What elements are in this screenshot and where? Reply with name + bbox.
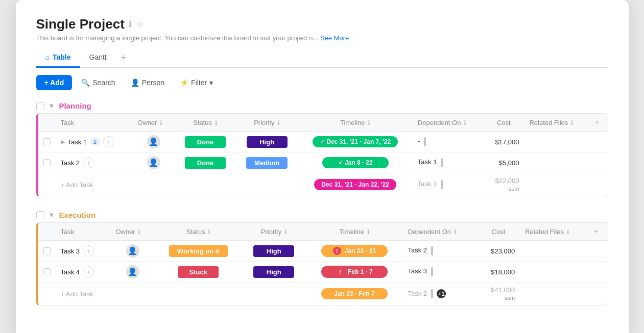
related-cell — [520, 241, 588, 262]
row-checkbox[interactable] — [43, 159, 51, 166]
owner-info-icon[interactable]: ℹ — [160, 119, 162, 126]
col-priority-planning: Priority ℹ — [236, 114, 298, 132]
timeline-cell[interactable]: ! Feb 1 - 7 — [306, 262, 402, 283]
add-member-icon[interactable]: + — [103, 136, 114, 147]
col-status-exec: Status ℹ — [155, 223, 242, 241]
owner-cell: 👤 — [110, 262, 155, 283]
chevron-down-icon: ▾ — [209, 79, 213, 87]
table-row: ▶ Task 1 2 + 👤 Done — [38, 132, 608, 152]
priority-info-icon[interactable]: ℹ — [284, 228, 287, 236]
dep-bar — [431, 289, 433, 298]
priority-info-icon[interactable]: ℹ — [277, 119, 280, 126]
cost-cell: $18,000 — [477, 262, 520, 283]
timeline-info-icon[interactable]: ℹ — [368, 119, 370, 126]
status-cell[interactable]: Done — [175, 152, 236, 173]
tab-gantt[interactable]: Gantt — [80, 49, 116, 68]
sum-timeline-cell: Jan 23 - Feb 7 — [306, 283, 402, 305]
row-checkbox[interactable] — [43, 138, 51, 145]
expand-icon[interactable]: ▶ — [61, 139, 65, 145]
col-related-planning: Related Files ℹ — [524, 114, 589, 132]
home-icon: ⌂ — [45, 53, 50, 61]
info-icon[interactable]: ℹ — [129, 19, 132, 29]
task-label: Task 4 — [61, 268, 80, 276]
task-label: Task 3 — [61, 247, 80, 255]
dependent-info-icon[interactable]: ℹ — [454, 228, 457, 236]
page-title-row: Single Project ℹ ☆ — [36, 16, 608, 32]
status-info-icon[interactable]: ℹ — [208, 228, 210, 236]
star-icon[interactable]: ☆ — [136, 19, 143, 29]
priority-cell[interactable]: High — [242, 262, 306, 283]
person-button[interactable]: 👤 Person — [125, 75, 171, 90]
row-checkbox[interactable] — [43, 247, 51, 254]
planning-checkbox[interactable] — [36, 102, 44, 110]
cost-cell: $5,000 — [483, 152, 524, 173]
table-row: Task 2 + 👤 Done Medium — [38, 152, 608, 173]
exclamation-icon: ! — [336, 268, 344, 276]
add-task-row[interactable]: + Add Task Dec 31, '21 - Jan 22, '22 Tas… — [38, 173, 608, 196]
priority-cell[interactable]: High — [236, 132, 298, 152]
execution-checkbox[interactable] — [36, 211, 44, 219]
status-cell[interactable]: Working on it — [155, 241, 242, 262]
dep-bar — [441, 180, 443, 189]
status-info-icon[interactable]: ℹ — [215, 119, 218, 126]
col-add-planning[interactable]: + — [589, 114, 607, 132]
col-task-planning: Task — [56, 114, 133, 132]
page-title: Single Project — [36, 16, 125, 32]
task-cell: ▶ Task 1 2 + — [56, 132, 133, 152]
exclamation-icon: ! — [333, 247, 341, 255]
add-member-icon[interactable]: + — [83, 157, 94, 168]
timeline-info-icon[interactable]: ℹ — [367, 228, 370, 236]
priority-badge: High — [253, 245, 294, 257]
planning-chevron[interactable]: ▼ — [49, 102, 55, 110]
add-member-icon[interactable]: + — [83, 245, 94, 257]
col-cost-exec: Cost — [477, 223, 520, 241]
search-button[interactable]: 🔍 Search — [75, 75, 121, 90]
main-window: Single Project ℹ ☆ This board is for man… — [16, 0, 629, 333]
related-info-icon[interactable]: ℹ — [567, 228, 569, 236]
timeline-cell[interactable]: ✓ Dec 31, '21 - Jan 7, '22 — [298, 132, 413, 152]
add-task-label[interactable]: + Add Task — [56, 173, 133, 196]
execution-table: Task Owner ℹ Status ℹ Priority ℹ Timelin… — [38, 223, 608, 305]
see-more-link[interactable]: See More — [320, 34, 349, 42]
add-tab-button[interactable]: + — [116, 49, 132, 66]
add-button[interactable]: + Add — [36, 75, 73, 90]
avatar: 👤 — [147, 135, 160, 148]
sum-timeline-badge: Jan 23 - Feb 7 — [321, 288, 388, 299]
planning-title: Planning — [59, 101, 91, 110]
avatar: 👤 — [126, 244, 139, 258]
priority-cell[interactable]: High — [242, 241, 306, 262]
add-member-icon[interactable]: + — [83, 266, 94, 277]
col-status-planning: Status ℹ — [175, 114, 236, 132]
priority-badge: High — [247, 136, 288, 148]
owner-info-icon[interactable]: ℹ — [138, 228, 140, 236]
table-row: Task 3 + 👤 Working on it High — [38, 241, 608, 262]
add-task-row[interactable]: + Add Task Jan 23 - Feb 7 Task 2 +1 — [38, 283, 608, 305]
col-dependent-exec: Dependent On ℹ — [402, 223, 476, 241]
execution-chevron[interactable]: ▼ — [49, 211, 55, 219]
timeline-cell[interactable]: ! Jan 23 - 31 — [306, 241, 402, 262]
col-timeline-planning: Timeline ℹ — [298, 114, 413, 132]
row-checkbox[interactable] — [43, 268, 51, 275]
priority-badge: Medium — [246, 157, 288, 169]
owner-cell: 👤 — [110, 241, 155, 262]
task-cell: Task 2 + — [56, 152, 133, 173]
dependent-value: - — [418, 137, 420, 145]
cost-cell: $23,000 — [477, 241, 520, 262]
execution-section: ▼ Execution Task Owner ℹ Status ℹ Priori… — [36, 211, 608, 305]
owner-cell: 👤 — [132, 132, 175, 152]
related-info-icon[interactable]: ℹ — [571, 119, 574, 126]
dependent-info-icon[interactable]: ℹ — [464, 119, 466, 126]
add-task-label[interactable]: + Add Task — [56, 283, 111, 305]
status-cell[interactable]: Done — [175, 132, 236, 152]
sum-cost-cell: $41,000sum — [477, 283, 520, 305]
status-cell[interactable]: Stuck — [155, 262, 242, 283]
timeline-cell[interactable]: ✓ Jan 8 - 22 — [298, 152, 413, 173]
tab-table[interactable]: ⌂ Table — [36, 49, 80, 68]
col-add-exec[interactable]: + — [588, 223, 607, 241]
tabs-bar: ⌂ Table Gantt + — [36, 49, 608, 68]
dep-bar — [431, 246, 433, 255]
dependent-cell: Task 2 — [402, 241, 476, 262]
filter-button[interactable]: ⚡ Filter ▾ — [174, 75, 219, 90]
planning-table-wrap: Task Owner ℹ Status ℹ Priority ℹ Timelin… — [36, 113, 608, 196]
priority-cell[interactable]: Medium — [236, 152, 298, 173]
